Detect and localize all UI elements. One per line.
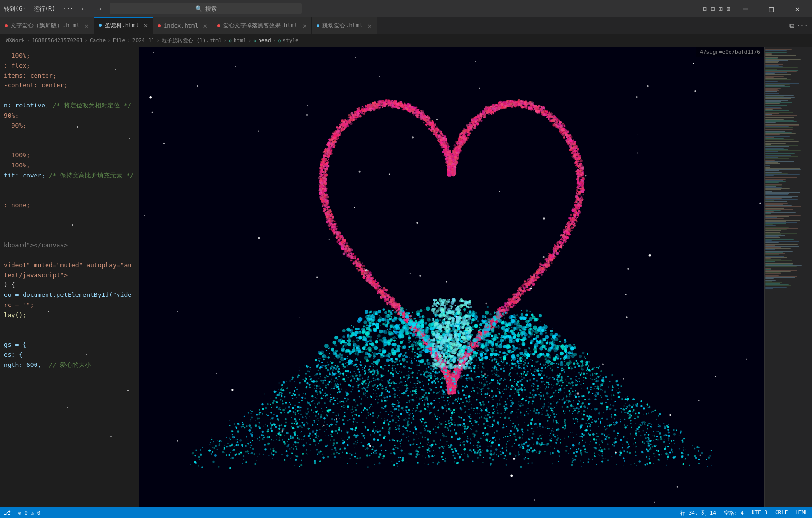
breadcrumb-head[interactable]: head: [258, 37, 271, 44]
menu-goto[interactable]: 转到(G): [4, 5, 26, 13]
indent-info[interactable]: 空格: 4: [724, 509, 744, 517]
tab-shengdanshu[interactable]: 圣诞树.html ✕: [94, 17, 153, 34]
split-editor-icon[interactable]: ⧉: [789, 22, 794, 30]
more-tabs-icon[interactable]: ···: [796, 22, 808, 30]
breadcrumb-wxwork[interactable]: WXWork: [6, 37, 25, 44]
code-line: rc = "";: [0, 300, 139, 310]
tab-bar-actions: ⧉ ···: [786, 17, 812, 34]
breadcrumb: WXWork › 1688856423570261 › Cache › File…: [0, 35, 812, 47]
star-dot: [127, 390, 129, 391]
encoding[interactable]: UTF-8: [752, 509, 767, 517]
git-icon: ⎇: [4, 509, 11, 516]
tab-close-icon[interactable]: ✕: [203, 22, 207, 30]
breadcrumb-file[interactable]: File: [113, 37, 126, 44]
tab-dot: [99, 24, 102, 27]
tab-dot: [5, 24, 8, 27]
code-line: 90%;: [0, 121, 139, 131]
code-line: 100%;: [0, 161, 139, 171]
code-line: video1" muted="muted" autoplay="au: [0, 260, 139, 271]
nav-back[interactable]: ←: [77, 3, 91, 14]
tab-wenzi-aixin[interactable]: 文字爱心（飘屏版）.html ✕: [0, 17, 94, 34]
layout-icon-2[interactable]: ⊟: [711, 5, 715, 12]
nav-buttons: ← →: [77, 3, 106, 14]
code-line: n: relative; /* 将定位改为相对定位 */: [0, 101, 139, 111]
star-dot: [67, 407, 68, 408]
breadcrumb-cache[interactable]: Cache: [90, 37, 106, 44]
search-bar[interactable]: 🔍 搜索: [110, 3, 302, 14]
code-line: kboard"></canvas>: [0, 240, 139, 250]
breadcrumb-style[interactable]: style: [282, 37, 298, 44]
tab-aixin-hacker[interactable]: 爱心文字掉落黑客效果.html ✕: [212, 17, 312, 34]
cursor-position[interactable]: 行 34, 列 14: [680, 509, 716, 517]
code-line: [0, 250, 139, 260]
search-text: 搜索: [205, 5, 217, 13]
code-line: 100%;: [0, 151, 139, 161]
layout-icon-1[interactable]: ⊞: [703, 5, 706, 12]
search-icon: 🔍: [195, 5, 202, 12]
breadcrumb-2024-11[interactable]: 2024-11: [132, 37, 154, 44]
code-editor[interactable]: 100%; : flex; items: center; -content: c…: [0, 47, 139, 507]
tab-tiaodong-aixin[interactable]: 跳动爱心.html ✕: [312, 17, 377, 34]
nav-forward[interactable]: →: [93, 3, 106, 14]
code-line: fit: cover; /* 保持宽高比并填充元素 */: [0, 171, 139, 181]
code-line: 90%;: [0, 111, 139, 121]
code-line: : flex;: [0, 61, 139, 71]
menu-run[interactable]: 运行(R): [34, 5, 56, 13]
code-line: [0, 330, 139, 340]
code-line: eo = document.getElementById("vide: [0, 290, 139, 300]
tab-close-icon[interactable]: ✕: [368, 22, 372, 30]
code-line: 100%;: [0, 51, 139, 61]
code-line: [0, 141, 139, 151]
tab-label: 文字爱心（飘屏版）.html: [11, 22, 80, 30]
error-count: ⊗ 0 ⚠ 0: [18, 510, 40, 516]
tab-label: 圣诞树.html: [105, 22, 139, 30]
tab-label: index.html: [164, 23, 198, 29]
menu-bar: 转到(G) 运行(R) ···: [4, 5, 73, 13]
title-bar: 转到(G) 运行(R) ··· ← → 🔍 搜索 ⊞ ⊟ ⊞ ⊠ ─ □ ✕: [0, 0, 812, 17]
layout-icon-4[interactable]: ⊠: [727, 5, 730, 12]
code-line: ngth: 600, // 爱心的大小: [0, 360, 139, 370]
breadcrumb-html[interactable]: html: [234, 37, 247, 44]
code-line: [0, 320, 139, 330]
code-line: [0, 180, 139, 190]
code-line: text/javascript">: [0, 271, 139, 281]
minimize-button[interactable]: ─: [734, 0, 756, 17]
window-controls: ⊞ ⊟ ⊞ ⊠ ─ □ ✕: [703, 0, 808, 17]
tab-index[interactable]: index.html ✕: [153, 17, 212, 34]
language-mode[interactable]: HTML: [796, 509, 809, 517]
code-line: ) {: [0, 280, 139, 290]
minimap-content: [765, 47, 812, 507]
code-line: items: center;: [0, 71, 139, 81]
html-icon-1: ◇: [229, 38, 232, 43]
tab-close-icon[interactable]: ✕: [303, 22, 306, 30]
code-line: gs = {: [0, 340, 139, 350]
main-area: 100%; : flex; items: center; -content: c…: [0, 47, 812, 507]
star-dot: [110, 436, 112, 437]
code-line: [0, 221, 139, 231]
minimap: [764, 47, 812, 507]
tab-dot: [158, 24, 161, 27]
heart-canvas: [139, 47, 764, 507]
code-line: [0, 230, 139, 240]
tab-close-icon[interactable]: ✕: [144, 22, 148, 29]
tab-close-icon[interactable]: ✕: [84, 22, 88, 30]
layout-icon-3[interactable]: ⊞: [718, 5, 722, 12]
code-line: es: {: [0, 350, 139, 360]
code-line: [0, 91, 139, 101]
status-bar: ⎇ ⊗ 0 ⚠ 0 行 34, 列 14 空格: 4 UTF-8 CRLF HT…: [0, 507, 812, 518]
status-bar-right: 行 34, 列 14 空格: 4 UTF-8 CRLF HTML: [680, 509, 808, 517]
code-line: [0, 130, 139, 141]
html-icon-3: ◇: [278, 38, 281, 43]
html-icon-2: ◇: [253, 38, 256, 43]
line-ending[interactable]: CRLF: [775, 509, 788, 517]
close-button[interactable]: ✕: [786, 0, 808, 17]
tab-label: 跳动爱心.html: [322, 22, 363, 30]
breadcrumb-id[interactable]: 1688856423570261: [32, 37, 82, 44]
code-line: [0, 190, 139, 200]
maximize-button[interactable]: □: [760, 0, 782, 17]
preview-area: 4?sign=e0e7bafd1176: [139, 47, 764, 507]
menu-more[interactable]: ···: [63, 5, 73, 13]
code-line: -content: center;: [0, 81, 139, 91]
code-line: [0, 211, 139, 221]
breadcrumb-filename[interactable]: 粒子旋转爱心 (1).html: [162, 37, 222, 44]
